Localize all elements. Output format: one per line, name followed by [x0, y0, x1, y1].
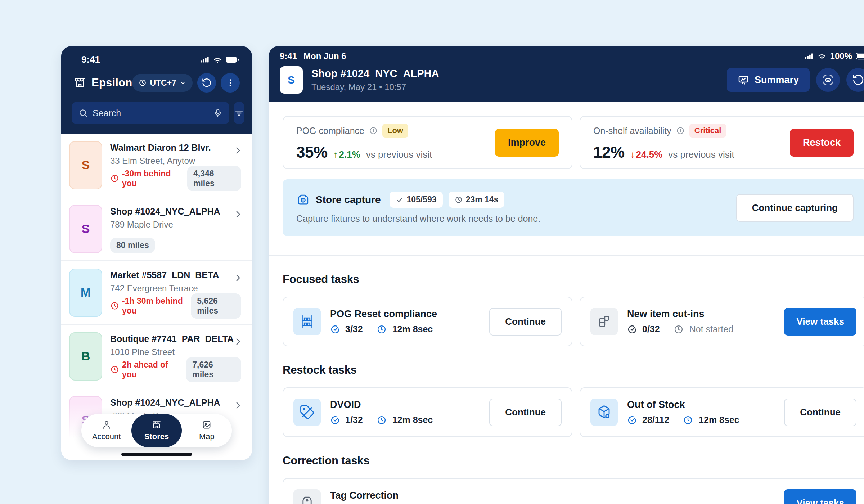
section-heading-focused: Focused tasks [283, 273, 864, 286]
metric-delta: 24.5% [636, 149, 663, 160]
phone-header: 9:41 Epsilon UTC [61, 46, 252, 134]
store-address: 1010 Pine Street [110, 347, 241, 357]
storefront-logo-icon [73, 76, 86, 89]
info-icon[interactable] [676, 126, 685, 135]
phone-status-time: 9:41 [81, 54, 100, 65]
distance-badge: 80 miles [110, 238, 155, 253]
task-title: Tag Correction [330, 490, 775, 501]
filter-icon [234, 108, 244, 118]
presentation-chart-icon [738, 74, 749, 86]
layout-grid-icon [597, 314, 612, 329]
task-time: 12m 8sec [699, 415, 739, 425]
map-icon [202, 420, 212, 430]
home-indicator[interactable] [121, 453, 192, 456]
improve-button[interactable]: Improve [495, 129, 559, 157]
task-icon-tile [590, 308, 618, 335]
task-icon-tile [590, 399, 618, 426]
task-progress: 1/32 [345, 415, 363, 425]
distance-badge: 4,346 miles [187, 166, 241, 191]
arrow-down-icon: ↓ [630, 149, 635, 160]
status-badge: Low [382, 124, 408, 138]
more-menu-button[interactable] [221, 73, 240, 93]
clock-icon [377, 415, 387, 425]
task-icon-tile [293, 489, 321, 504]
scan-icon [822, 74, 834, 86]
store-address: 33 Elm Street, Anytow [110, 156, 241, 166]
shelf-icon [300, 314, 315, 329]
store-address: 742 Evergreen Terrace [110, 283, 241, 293]
camera-icon [296, 193, 310, 207]
person-icon [102, 420, 112, 430]
continue-capturing-button[interactable]: Continue capturing [736, 194, 854, 222]
timezone-selector[interactable]: UTC+7 [132, 74, 193, 92]
nav-account-label: Account [92, 432, 121, 441]
chevron-right-icon [233, 210, 243, 219]
info-icon[interactable] [369, 126, 378, 135]
view-tasks-button[interactable]: View tasks [784, 489, 856, 504]
continue-button[interactable]: Continue [784, 399, 856, 426]
task-progress: 3/32 [345, 324, 363, 334]
store-name: Boutique #7741_PAR_DELTA [110, 334, 241, 344]
shop-avatar: S [280, 66, 303, 94]
search-field[interactable] [72, 102, 229, 124]
arrow-up-icon: ↑ [333, 149, 338, 160]
store-list-item[interactable]: S Walmart Diaron 12 Blvr. 33 Elm Street,… [61, 134, 252, 197]
pog-compliance-card: POG compliance Low 35% ↑2.1% vs previous… [283, 116, 572, 169]
view-tasks-button[interactable]: View tasks [784, 308, 856, 336]
search-input[interactable] [93, 108, 208, 118]
store-eta-alert: 2h ahead of you [122, 360, 183, 379]
metric-label: On-shelf availability [593, 126, 671, 136]
capture-description: Capture fixtures to understand where wor… [296, 213, 540, 224]
microphone-icon[interactable] [213, 108, 222, 118]
tablet-status-bar: 9:41 Mon Jun 6 100% [280, 51, 864, 61]
refresh-button[interactable] [197, 73, 216, 93]
restock-button[interactable]: Restock [790, 129, 854, 157]
app-name: Epsilon [91, 76, 132, 89]
filter-button[interactable] [234, 102, 244, 124]
store-name: Shop #1024_NYC_ALPHA [110, 206, 241, 217]
tag-slash-icon [300, 405, 315, 420]
nav-account[interactable]: Account [81, 414, 131, 447]
task-title: POG Reset compliance [330, 309, 480, 320]
nav-map[interactable]: Map [182, 414, 232, 447]
check-circle-icon [330, 415, 340, 425]
store-list-item[interactable]: S Shop #1024_NYC_ALPHA 789 Maple Drive 8… [61, 197, 252, 261]
task-icon-tile [293, 308, 321, 335]
store-list-item[interactable]: B Boutique #7741_PAR_DELTA 1010 Pine Str… [61, 325, 252, 388]
nav-stores[interactable]: Stores [131, 414, 181, 447]
metric-value: 12% [593, 143, 625, 161]
clock-icon [674, 324, 684, 334]
continue-button[interactable]: Continue [489, 308, 562, 336]
visit-date-subtitle: Tuesday, May 21 • 10:57 [311, 82, 439, 92]
scan-button[interactable] [816, 68, 840, 92]
capture-progress-pill: 105/593 [390, 192, 443, 208]
task-card-new-item-cut-ins: New item cut-ins 0/32 Not started View t… [580, 297, 864, 346]
clock-icon [377, 324, 387, 334]
summary-button[interactable]: Summary [727, 68, 810, 92]
rotate-ccw-icon [852, 74, 864, 86]
task-time: 12m 8sec [392, 415, 433, 425]
capture-duration: 23m 14s [466, 195, 499, 204]
tablet-status-time: 9:41 [280, 51, 297, 61]
store-list-item[interactable]: M Market #5587_LDN_BETA 742 Evergreen Te… [61, 261, 252, 325]
store-initial: M [81, 285, 91, 300]
shop-header-row: S Shop #1024_NYC_ALPHA Tuesday, May 21 •… [280, 66, 864, 94]
status-badge: Critical [689, 124, 726, 138]
signal-icon [200, 55, 210, 64]
task-card-out-of-stock: Out of Stock 28/112 12m 8sec Continue [580, 387, 864, 437]
continue-button[interactable]: Continue [489, 399, 562, 426]
task-time: Not started [689, 324, 733, 334]
store-name: Walmart Diaron 12 Blvr. [110, 143, 241, 153]
task-progress: 0/32 [642, 324, 660, 334]
on-shelf-availability-card: On-shelf availability Critical 12% ↓24.5… [580, 116, 864, 169]
store-initial: S [82, 158, 90, 172]
section-heading-correction: Correction tasks [283, 454, 864, 467]
section-divider [269, 255, 864, 256]
store-name: Market #5587_LDN_BETA [110, 270, 241, 280]
nav-stores-label: Stores [144, 432, 169, 441]
chevron-right-icon [233, 273, 243, 283]
metric-note: vs previous visit [366, 149, 432, 160]
tablet-status-date: Mon Jun 6 [303, 51, 346, 61]
alert-clock-icon [110, 301, 119, 310]
undo-button[interactable] [846, 68, 864, 92]
